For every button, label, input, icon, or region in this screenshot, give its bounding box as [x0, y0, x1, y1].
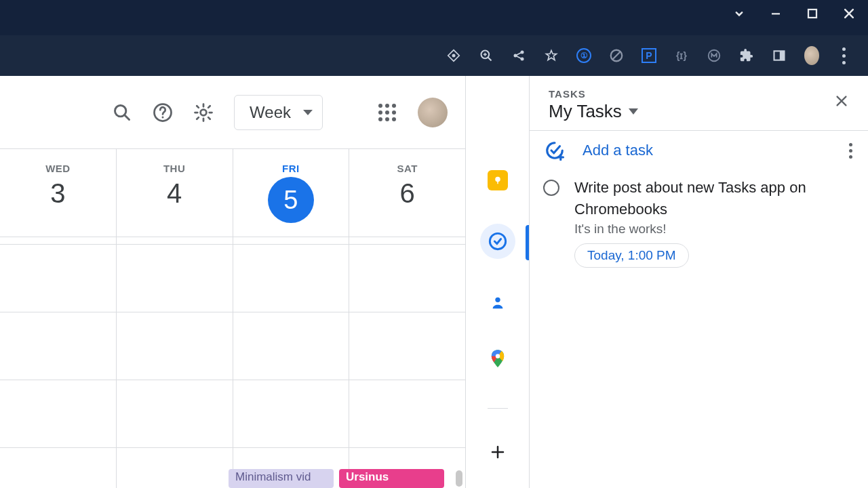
calendar-event[interactable]: Minimalism vid	[229, 469, 334, 488]
extension-braces-icon[interactable]: {ɪ}	[674, 48, 689, 63]
help-icon[interactable]	[153, 102, 173, 123]
tasks-list-selector[interactable]: My Tasks	[549, 101, 834, 122]
sidepanel-toggle-icon[interactable]	[772, 48, 787, 63]
addon-contacts[interactable]	[484, 289, 511, 316]
window-dropdown[interactable]	[732, 7, 746, 20]
profile-avatar[interactable]	[804, 48, 819, 63]
caret-down-icon	[629, 108, 638, 115]
calendar-day-header: WED 3 THU 4 FRI 5 SAT 6	[0, 149, 465, 237]
svg-rect-1	[808, 9, 816, 18]
browser-toolbar: ① P {ɪ}	[0, 35, 868, 76]
active-indicator	[526, 225, 529, 260]
svg-rect-24	[497, 182, 498, 184]
tasks-overflow-menu[interactable]	[849, 143, 853, 159]
svg-rect-17	[780, 51, 785, 60]
day-number: 4	[167, 178, 182, 209]
google-apps-icon[interactable]	[377, 102, 397, 123]
add-task-row: Add a task	[530, 131, 868, 170]
day-column-fri[interactable]: FRI 5	[233, 149, 349, 237]
tasks-panel-title: TASKS	[549, 88, 834, 100]
extension-p-icon[interactable]: P	[642, 48, 656, 63]
day-label: SAT	[397, 163, 417, 174]
extension-m-icon[interactable]	[707, 48, 722, 63]
extension-1password-icon[interactable]: ①	[576, 48, 591, 63]
site-info-icon[interactable]	[446, 48, 461, 63]
addon-keep[interactable]	[484, 167, 511, 194]
task-due-chip[interactable]: Today, 1:00 PM	[574, 243, 689, 268]
task-title: Write post about new Tasks app on Chrome…	[574, 177, 849, 220]
settings-gear-icon[interactable]	[193, 102, 214, 123]
task-item[interactable]: Write post about new Tasks app on Chrome…	[530, 170, 868, 268]
extensions-puzzle-icon[interactable]	[739, 48, 754, 63]
share-icon[interactable]	[511, 48, 526, 63]
side-addon-rail	[465, 76, 529, 488]
day-label: THU	[163, 163, 185, 174]
addon-add[interactable]	[484, 439, 511, 466]
svg-point-22	[201, 109, 207, 115]
browser-menu[interactable]	[837, 48, 852, 63]
svg-line-14	[613, 52, 620, 60]
svg-point-3	[452, 54, 456, 58]
calendar-event[interactable]: Ursinus	[339, 469, 444, 488]
day-column-thu[interactable]: THU 4	[116, 149, 233, 237]
view-selector-label: Week	[250, 103, 291, 122]
task-body: Write post about new Tasks app on Chrome…	[574, 177, 849, 268]
svg-point-26	[495, 298, 500, 302]
add-task-label[interactable]: Add a task	[583, 142, 831, 159]
window-minimize[interactable]	[769, 7, 783, 20]
task-note: It's in the works!	[574, 222, 849, 237]
tasks-panel-header: TASKS My Tasks	[530, 76, 868, 131]
tasks-close-button[interactable]	[834, 94, 849, 108]
svg-line-19	[125, 115, 130, 119]
account-avatar[interactable]	[418, 98, 448, 127]
scrollbar-thumb[interactable]	[456, 470, 462, 487]
day-label: FRI	[282, 163, 300, 174]
day-number: 5	[268, 177, 314, 223]
svg-line-12	[517, 56, 521, 58]
day-label: WED	[45, 163, 71, 174]
day-number: 3	[50, 178, 65, 209]
add-task-icon[interactable]	[545, 140, 565, 161]
tasks-panel: TASKS My Tasks Add a task Write post abo…	[529, 76, 868, 488]
event-title: Ursinus	[346, 470, 389, 483]
extension-block-icon[interactable]	[609, 48, 624, 63]
window-titlebar	[0, 0, 868, 35]
rail-divider	[488, 408, 508, 409]
svg-line-11	[517, 53, 521, 55]
view-selector[interactable]: Week	[234, 95, 323, 130]
calendar-pane: Week WED 3 THU 4 FRI 5 SAT	[0, 76, 465, 488]
svg-point-23	[495, 177, 500, 182]
task-complete-toggle[interactable]	[543, 180, 559, 196]
calendar-grid[interactable]: Minimalism vid Ursinus	[0, 237, 465, 488]
day-number: 6	[400, 178, 415, 209]
search-icon[interactable]	[112, 102, 132, 123]
svg-point-21	[162, 116, 164, 118]
caret-down-icon	[303, 110, 313, 115]
calendar-toolbar: Week	[0, 76, 465, 149]
addon-maps[interactable]	[484, 346, 511, 373]
tasks-list-name-label: My Tasks	[549, 101, 622, 122]
window-close[interactable]	[842, 7, 856, 20]
window-maximize[interactable]	[806, 7, 819, 20]
bookmark-star-icon[interactable]	[544, 48, 559, 63]
event-title: Minimalism vid	[235, 470, 311, 483]
svg-line-5	[488, 58, 492, 61]
addon-tasks[interactable]	[480, 224, 515, 259]
zoom-icon[interactable]	[479, 48, 494, 63]
svg-point-27	[495, 354, 499, 358]
day-column-wed[interactable]: WED 3	[0, 149, 116, 237]
google-calendar-app: Week WED 3 THU 4 FRI 5 SAT	[0, 76, 868, 488]
day-column-sat[interactable]: SAT 6	[349, 149, 465, 237]
svg-rect-0	[772, 13, 780, 14]
